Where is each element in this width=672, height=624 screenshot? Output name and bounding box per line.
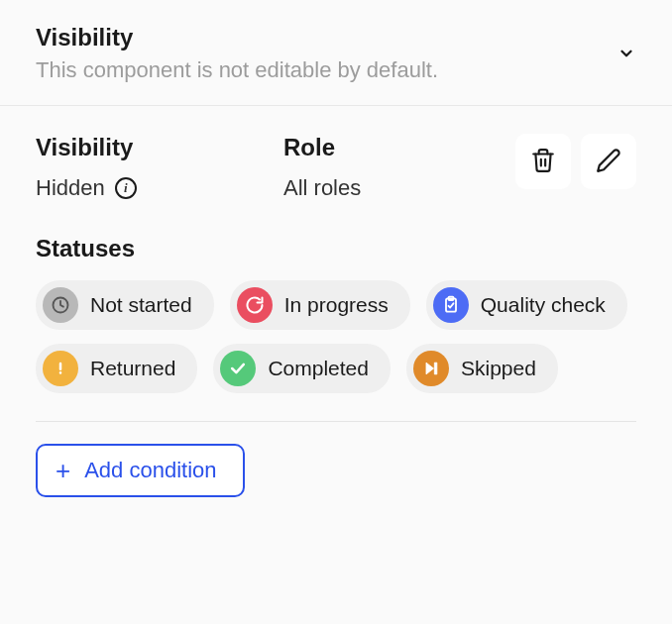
pencil-icon xyxy=(596,148,621,176)
status-returned[interactable]: Returned xyxy=(36,344,197,393)
visibility-column: Visibility Hidden i xyxy=(36,134,283,201)
status-quality-check[interactable]: Quality check xyxy=(426,280,627,330)
clipboard-icon xyxy=(433,287,469,323)
add-condition-button[interactable]: + Add condition xyxy=(36,444,245,497)
status-in-progress[interactable]: In progress xyxy=(230,280,410,330)
edit-button[interactable] xyxy=(581,134,636,189)
info-icon[interactable]: i xyxy=(115,177,137,199)
status-label: Quality check xyxy=(481,293,606,317)
visibility-label: Visibility xyxy=(36,134,283,161)
status-label: Returned xyxy=(90,357,175,380)
add-condition-label: Add condition xyxy=(84,458,216,483)
role-label: Role xyxy=(283,134,515,161)
role-column: Role All roles xyxy=(283,134,515,201)
skip-icon xyxy=(413,351,449,386)
svg-marker-5 xyxy=(426,363,434,374)
visibility-panel: Visibility Hidden i Role All roles Statu… xyxy=(0,106,672,521)
status-completed[interactable]: Completed xyxy=(213,344,391,393)
refresh-icon xyxy=(237,287,273,323)
svg-rect-6 xyxy=(434,363,437,374)
alert-icon xyxy=(43,351,78,386)
status-label: In progress xyxy=(284,293,389,317)
statuses-label: Statuses xyxy=(36,235,636,262)
header-title: Visibility xyxy=(36,24,438,52)
status-label: Skipped xyxy=(461,357,536,380)
delete-button[interactable] xyxy=(515,134,571,189)
check-icon xyxy=(220,351,256,386)
role-value: All roles xyxy=(283,175,515,201)
visibility-header: Visibility This component is not editabl… xyxy=(0,0,672,106)
trash-icon xyxy=(530,148,556,176)
status-list: Not started In progress Quality check Re… xyxy=(36,280,636,422)
status-skipped[interactable]: Skipped xyxy=(406,344,558,393)
settings-row: Visibility Hidden i Role All roles xyxy=(36,134,636,201)
visibility-value: Hidden xyxy=(36,175,105,201)
status-label: Not started xyxy=(90,293,192,317)
panel-actions xyxy=(515,134,636,189)
header-subtitle: This component is not editable by defaul… xyxy=(36,57,438,83)
clock-icon xyxy=(43,287,78,323)
plus-icon: + xyxy=(56,458,70,483)
visibility-value-row: Hidden i xyxy=(36,175,283,201)
status-not-started[interactable]: Not started xyxy=(36,280,214,330)
header-text: Visibility This component is not editabl… xyxy=(36,24,438,83)
chevron-down-icon[interactable] xyxy=(616,44,636,63)
status-label: Completed xyxy=(268,357,369,380)
